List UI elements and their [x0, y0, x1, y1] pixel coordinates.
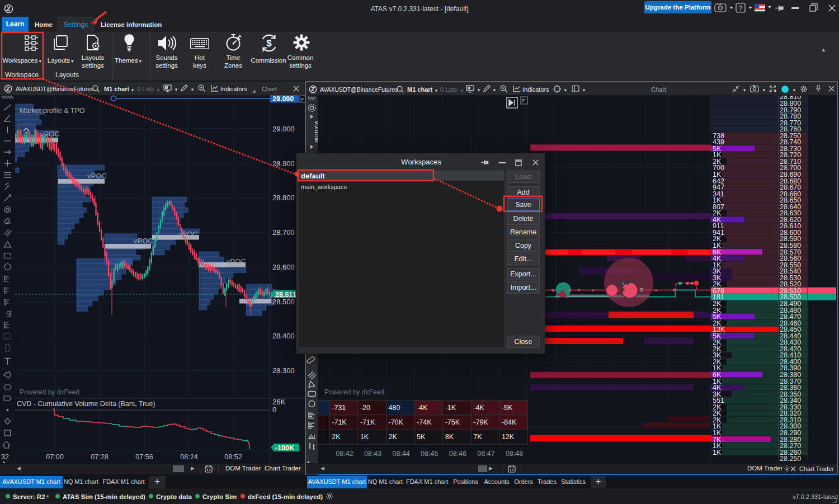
- svg-text:-71K: -71K: [332, 418, 347, 426]
- svg-text:2K: 2K: [332, 433, 341, 441]
- svg-text:28.500: 28.500: [272, 298, 295, 306]
- svg-text:08:52: 08:52: [224, 453, 242, 461]
- svg-text:F: F: [522, 97, 526, 103]
- svg-text:5K: 5K: [417, 433, 426, 441]
- svg-text:-79K: -79K: [473, 418, 488, 426]
- svg-text:vPOC: vPOC: [87, 172, 107, 180]
- svg-text:8K: 8K: [445, 433, 454, 441]
- svg-text:2K: 2K: [389, 433, 398, 441]
- svg-text:-84K: -84K: [502, 418, 517, 426]
- svg-text:CVD - Cumulative Volume Delta: CVD - Cumulative Volume Delta (Bars, Tru…: [17, 400, 155, 408]
- svg-text:-74K: -74K: [417, 418, 432, 426]
- svg-text:07:28: 07:28: [91, 453, 108, 461]
- svg-text:F: F: [301, 97, 305, 102]
- svg-text:28.400: 28.400: [272, 332, 295, 340]
- svg-text:08:46: 08:46: [449, 450, 466, 458]
- svg-text:-731: -731: [332, 404, 346, 412]
- svg-text:0: 0: [272, 406, 276, 414]
- svg-text:Market profile & TPO: Market profile & TPO: [20, 107, 85, 115]
- svg-text:07:56: 07:56: [135, 453, 153, 461]
- svg-text:Volume: Volume: [313, 120, 318, 143]
- svg-text:-71K: -71K: [360, 418, 375, 426]
- svg-text:28.250: 28.250: [780, 455, 801, 463]
- svg-text:26K: 26K: [272, 398, 285, 406]
- svg-text:-4K: -4K: [473, 404, 484, 412]
- svg-text:28.800: 28.800: [272, 194, 295, 202]
- svg-text:1K: 1K: [360, 433, 369, 441]
- svg-text:08:44: 08:44: [393, 450, 410, 458]
- svg-text:29.000: 29.000: [272, 125, 295, 133]
- svg-text:-1K: -1K: [445, 404, 456, 412]
- svg-text:480: 480: [389, 404, 400, 412]
- svg-text:12K: 12K: [502, 433, 515, 441]
- svg-text:28.600: 28.600: [272, 263, 295, 271]
- svg-text:Powered by dxFeed: Powered by dxFeed: [20, 388, 79, 396]
- svg-text:?: ?: [739, 4, 743, 12]
- svg-text:08:42: 08:42: [336, 450, 353, 458]
- svg-text:07:00: 07:00: [46, 453, 63, 461]
- svg-text:vPOC: vPOC: [40, 130, 60, 138]
- svg-text:-5K: -5K: [502, 404, 513, 412]
- svg-text:$: $: [266, 38, 272, 49]
- svg-text:-4K: -4K: [417, 404, 428, 412]
- svg-text:08:48: 08:48: [506, 450, 523, 458]
- svg-text:-75K: -75K: [445, 418, 460, 426]
- svg-text:-70K: -70K: [389, 418, 404, 426]
- svg-text:-20: -20: [360, 404, 370, 412]
- svg-text:08:43: 08:43: [364, 450, 381, 458]
- svg-text:29.090: 29.090: [272, 95, 294, 103]
- svg-text:28.511: 28.511: [275, 291, 296, 299]
- svg-text:28.700: 28.700: [272, 228, 295, 237]
- svg-text:28.900: 28.900: [272, 159, 295, 168]
- svg-text:vPOC: vPOC: [227, 257, 246, 266]
- svg-text:08:24: 08:24: [180, 453, 197, 461]
- svg-text:08:47: 08:47: [477, 450, 494, 458]
- svg-text:-100K: -100K: [275, 444, 294, 452]
- svg-text:28.300: 28.300: [272, 366, 295, 375]
- svg-text:vPOC: vPOC: [134, 237, 153, 245]
- svg-text:08:45: 08:45: [421, 450, 438, 458]
- svg-text:7K: 7K: [473, 433, 482, 441]
- svg-text:Powered by dxFeed: Powered by dxFeed: [324, 388, 384, 396]
